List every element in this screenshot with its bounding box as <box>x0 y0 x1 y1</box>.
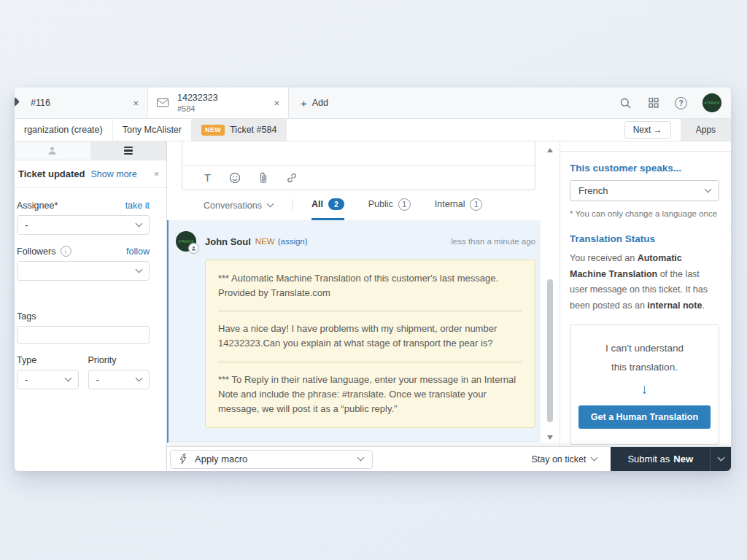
link-icon[interactable] <box>286 172 298 184</box>
breadcrumb-ticket[interactable]: NEW Ticket #584 <box>192 119 287 141</box>
avatar[interactable]: #TRAVCK <box>703 93 721 112</box>
tags-label: Tags <box>17 311 36 322</box>
tab-sublabel: #584 <box>177 104 218 114</box>
attachment-icon[interactable] <box>259 172 268 184</box>
submit-status: New <box>673 454 693 464</box>
followers-select[interactable] <box>17 261 150 281</box>
language-select[interactable]: French <box>570 180 719 201</box>
reply-composer: T <box>182 141 535 190</box>
sidebar-tab-user[interactable] <box>15 141 91 160</box>
priority-select[interactable]: - <box>88 370 150 389</box>
close-icon[interactable]: × <box>154 169 159 179</box>
down-arrow-icon: ↓ <box>578 381 711 397</box>
add-tab-button[interactable]: + Add <box>289 88 340 118</box>
chevron-down-icon <box>136 266 143 273</box>
translation-app-panel: This customer speaks... French * You can… <box>560 141 731 446</box>
ticket-footer: Apply macro Stay on ticket Submit as New <box>167 446 731 471</box>
composer-input[interactable] <box>182 141 535 165</box>
message-author: John Soul <box>205 236 251 247</box>
tab-bar: #116 × 14232323 #584 × + Add ? #TRA <box>15 88 731 119</box>
emoji-icon[interactable] <box>229 172 241 184</box>
count-badge: 1 <box>470 198 482 211</box>
follow-link[interactable]: follow <box>126 246 150 257</box>
conversation-pane: T <box>167 141 560 446</box>
count-badge: 1 <box>398 198 411 211</box>
scroll-down-arrow[interactable] <box>547 435 553 440</box>
plus-icon: + <box>301 98 307 109</box>
chevron-down-icon <box>591 454 598 462</box>
next-button[interactable]: Next → <box>624 121 671 139</box>
envelope-icon <box>157 98 169 107</box>
text-format-icon[interactable]: T <box>204 172 211 184</box>
submit-button[interactable]: Submit as New <box>611 447 710 471</box>
message-internal-note: #TRAVCK John Soul NEW (assign) less than… <box>167 220 541 443</box>
end-user-badge-icon <box>188 243 199 254</box>
priority-label: Priority <box>88 355 117 365</box>
tab-label: 14232323 <box>177 92 218 104</box>
ticket-sidebar: Ticket updated Show more × Assignee* tak… <box>15 141 167 471</box>
conversation-filter-row: Conversations All 2 Public 1 <box>167 190 541 220</box>
close-icon[interactable]: × <box>123 98 139 109</box>
tab-ticket-584[interactable]: 14232323 #584 × <box>148 88 289 118</box>
breadcrumb-organization[interactable]: rganization (create) <box>15 119 113 141</box>
get-human-translation-button[interactable]: Get a Human Translation <box>578 405 711 429</box>
assignee-select[interactable]: - <box>17 215 150 235</box>
breadcrumb-user[interactable]: Tony McAlister <box>113 119 192 141</box>
followers-label: Followers <box>17 246 56 257</box>
ticket-updated-banner: Ticket updated Show more × <box>15 160 166 188</box>
chevron-down-icon <box>136 375 143 382</box>
message-timestamp: less than a minute ago <box>451 237 535 246</box>
breadcrumb: rganization (create) Tony McAlister NEW … <box>15 119 731 141</box>
sidebar-tab-apps[interactable] <box>91 141 167 160</box>
scroll-up-arrow[interactable] <box>547 148 553 152</box>
conversations-dropdown[interactable]: Conversations <box>204 190 273 220</box>
speaks-heading: This customer speaks... <box>570 163 719 174</box>
avatar: #TRAVCK <box>176 231 196 252</box>
stay-on-ticket-dropdown[interactable]: Stay on ticket <box>531 454 597 464</box>
lightning-icon <box>179 454 187 464</box>
ticket-updated-title: Ticket updated <box>18 168 85 179</box>
close-icon[interactable]: × <box>263 98 279 109</box>
tab-all[interactable]: All 2 <box>311 190 344 220</box>
translation-status-text: You received an Automatic Machine Transl… <box>570 251 719 314</box>
chevron-down-icon <box>357 454 365 462</box>
scrollbar-thumb[interactable] <box>547 279 553 422</box>
language-change-note: * You can only change a language once <box>570 209 719 218</box>
info-icon: i <box>61 246 71 257</box>
search-icon[interactable] <box>619 97 632 109</box>
chevron-down-icon <box>266 201 274 208</box>
submit-options-button[interactable] <box>710 447 731 471</box>
conversation-scrollbar[interactable] <box>546 148 554 440</box>
chevron-down-icon <box>136 220 143 228</box>
submit-button-group: Submit as New <box>611 447 731 471</box>
chevron-down-icon <box>705 186 712 193</box>
help-icon[interactable]: ? <box>675 97 687 109</box>
breadcrumb-ticket-label: Ticket #584 <box>230 125 276 135</box>
apps-button[interactable]: Apps <box>681 119 731 141</box>
type-label: Type <box>17 355 36 365</box>
take-it-link[interactable]: take it <box>125 201 150 211</box>
tab-internal[interactable]: Internal 1 <box>435 190 483 220</box>
internal-note-body: *** Automatic Machine Translation of thi… <box>205 260 535 428</box>
tab-public[interactable]: Public 1 <box>368 190 411 220</box>
tab-ticket-116[interactable]: #116 × <box>15 88 148 118</box>
app-window: #116 × 14232323 #584 × + Add ? #TRA <box>15 88 731 471</box>
chevron-down-icon <box>64 375 71 382</box>
add-label: Add <box>312 98 328 108</box>
person-icon <box>47 146 57 155</box>
human-translation-card: I can't understand this translation. ↓ G… <box>570 324 719 445</box>
ticket-icon <box>15 97 20 106</box>
assign-link[interactable]: (assign) <box>278 237 308 246</box>
grid-icon[interactable] <box>647 97 659 109</box>
type-select[interactable]: - <box>17 370 79 389</box>
count-badge: 2 <box>328 198 344 210</box>
chevron-down-icon <box>717 454 724 462</box>
tags-input[interactable] <box>17 326 150 344</box>
show-more-link[interactable]: Show more <box>91 169 137 179</box>
apply-macro-select[interactable]: Apply macro <box>170 450 373 469</box>
tab-label: #116 <box>31 98 50 108</box>
assignee-label: Assignee* <box>17 201 58 211</box>
translation-status-heading: Translation Status <box>570 233 719 244</box>
status-badge: NEW <box>201 125 225 136</box>
apps-panel-icon <box>124 147 133 155</box>
